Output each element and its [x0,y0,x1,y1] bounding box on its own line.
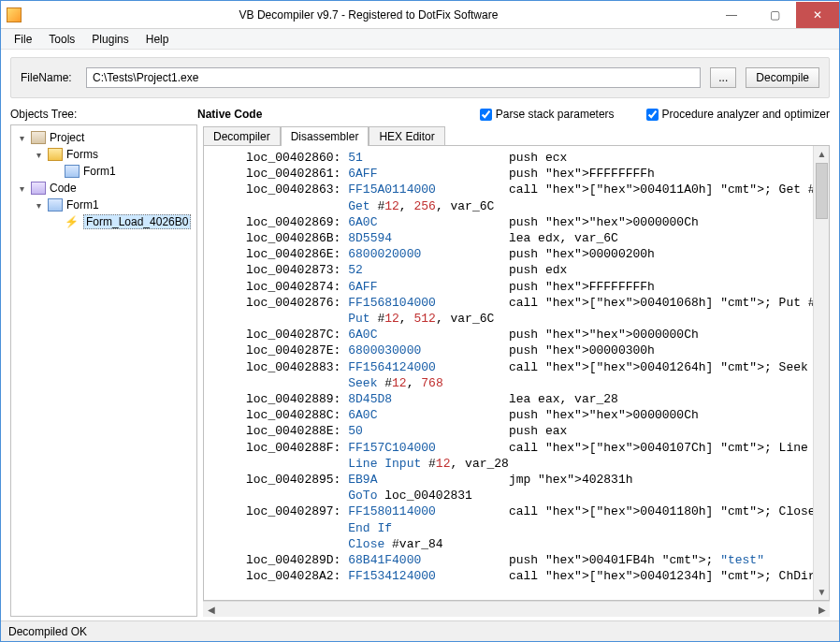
menu-tools[interactable]: Tools [41,31,82,48]
code-line[interactable]: loc_0040288F: FF157C104000 call "hex">["… [210,440,813,456]
tree-item[interactable]: ▾Forms [13,146,195,163]
scroll-left-icon[interactable]: ◀ [203,602,219,618]
code-line[interactable]: loc_0040288E: 50 push eax [210,423,813,439]
tab-decompiler[interactable]: Decompiler [203,126,281,146]
code-line[interactable]: loc_0040286B: 8D5594 lea edx, var_6C [210,230,813,246]
titlebar: VB Decompiler v9.7 - Registered to DotFi… [1,1,839,29]
tree-expander-icon [51,167,61,177]
code-line[interactable]: loc_00402883: FF1564124000 call "hex">["… [210,359,813,375]
objects-tree[interactable]: ▾Project▾FormsForm1▾Code▾Form1Form_Load_… [10,124,197,617]
minimize-button[interactable]: — [710,2,753,28]
folder-icon [48,148,63,161]
code-view: loc_00402860: 51 push ecx loc_00402861: … [203,145,830,601]
tree-item-label: Form1 [66,198,99,212]
tree-item[interactable]: Form1 [13,163,195,180]
status-text: Decompiled OK [8,625,87,638]
tabstrip: DecompilerDisassemblerHEX Editor [203,124,830,145]
code-line[interactable]: loc_0040288C: 6A0C push "hex">"hex">0000… [210,407,813,423]
tree-expander-icon[interactable]: ▾ [34,150,44,160]
objects-tree-label: Objects Tree: [10,108,188,121]
menu-file[interactable]: File [7,31,39,48]
code-line[interactable]: loc_00402863: FF15A0114000 call "hex">["… [210,182,813,197]
code-line[interactable]: GoTo loc_00402831 [210,488,813,503]
tree-item-label: Forms [66,148,98,161]
proc-analyzer-check[interactable]: Procedure analyzer and optimizer [646,108,830,121]
code-line[interactable]: loc_00402876: FF1568104000 call "hex">["… [210,295,813,311]
form-icon [48,198,63,212]
tab-hex-editor[interactable]: HEX Editor [369,126,444,146]
vertical-scrollbar[interactable]: ▲ ▼ [813,146,829,600]
window-title: VB Decompiler v9.7 - Registered to DotFi… [27,8,710,22]
parse-stack-check[interactable]: Parse stack parameters [480,108,615,121]
code-line[interactable]: Line Input #12, var_28 [210,456,813,472]
code-line[interactable]: End If [210,520,813,536]
code-line[interactable]: loc_00402860: 51 push ecx [210,150,813,166]
bolt-icon [65,215,80,228]
filename-input[interactable] [86,67,701,88]
scroll-down-icon[interactable]: ▼ [814,584,830,600]
proc-analyzer-label: Procedure analyzer and optimizer [662,108,830,121]
file-panel: FileName: ... Decompile [10,57,830,98]
form-icon [65,165,80,178]
filename-label: FileName: [21,71,77,84]
tree-expander-icon[interactable]: ▾ [34,200,44,211]
proc-analyzer-checkbox[interactable] [646,109,659,121]
tree-expander-icon[interactable]: ▾ [17,133,27,143]
code-line[interactable]: Get #12, 256, var_6C [210,198,813,214]
code-line[interactable]: loc_00402873: 52 push edx [210,262,813,278]
menu-plugins[interactable]: Plugins [84,31,136,48]
tree-item[interactable]: Form_Load_4026B0 [13,213,195,230]
code-line[interactable]: loc_0040287C: 6A0C push "hex">"hex">0000… [210,327,813,343]
tree-item[interactable]: ▾Project [13,129,195,146]
code-line[interactable]: Close #var_84 [210,536,813,552]
close-button[interactable]: ✕ [796,2,839,28]
code-line[interactable]: loc_00402869: 6A0C push "hex">"hex">0000… [210,214,813,230]
native-code-label: Native Code [197,108,262,121]
scroll-right-icon[interactable]: ▶ [814,602,830,618]
tree-item-label: Project [50,131,84,144]
tree-expander-icon[interactable]: ▾ [17,183,27,194]
code-line[interactable]: Seek #12, 768 [210,375,813,391]
menu-help[interactable]: Help [138,31,177,48]
code-line[interactable]: loc_0040286E: 6800020000 push "hex">0000… [210,246,813,262]
tree-item-label: Form_Load_4026B0 [83,214,191,229]
options-bar: Objects Tree: Native Code Parse stack pa… [1,104,839,124]
code-line[interactable]: loc_004028A2: FF1534124000 call "hex">["… [210,568,813,584]
menubar: File Tools Plugins Help [1,29,839,50]
code-line[interactable]: loc_00402874: 6AFF push "hex">FFFFFFFFh [210,279,813,295]
code-line[interactable]: loc_00402861: 6AFF push "hex">FFFFFFFFh [210,166,813,182]
status-bar: Decompiled OK [1,620,839,641]
code-line[interactable]: Put #12, 512, var_6C [210,311,813,327]
project-icon [31,131,46,144]
code-line[interactable]: loc_00402897: FF1580114000 call "hex">["… [210,503,813,519]
parse-stack-label: Parse stack parameters [496,108,615,121]
code-line[interactable]: loc_00402889: 8D45D8 lea eax, var_28 [210,391,813,407]
tree-expander-icon [51,217,61,227]
tree-item[interactable]: ▾Code [13,180,195,197]
scroll-up-icon[interactable]: ▲ [814,146,830,162]
tab-disassembler[interactable]: Disassembler [281,126,369,146]
code-line[interactable]: loc_0040287E: 6800030000 push "hex">0000… [210,343,813,358]
tree-item-label: Code [50,182,77,195]
app-icon [7,7,22,22]
scroll-thumb[interactable] [816,163,828,219]
code-icon [31,182,46,195]
decompile-button[interactable]: Decompile [746,67,819,88]
disassembly-content[interactable]: loc_00402860: 51 push ecx loc_00402861: … [204,146,813,600]
code-line[interactable]: loc_0040289D: 68B41F4000 push "hex">0040… [210,552,813,568]
maximize-button[interactable]: ▢ [753,2,796,28]
tree-item[interactable]: ▾Form1 [13,197,195,213]
parse-stack-checkbox[interactable] [480,109,492,121]
browse-button[interactable]: ... [710,67,736,88]
code-line[interactable]: loc_00402895: EB9A jmp "hex">402831h [210,472,813,488]
tree-item-label: Form1 [83,165,116,178]
horizontal-scrollbar[interactable]: ◀ ▶ [203,601,830,617]
